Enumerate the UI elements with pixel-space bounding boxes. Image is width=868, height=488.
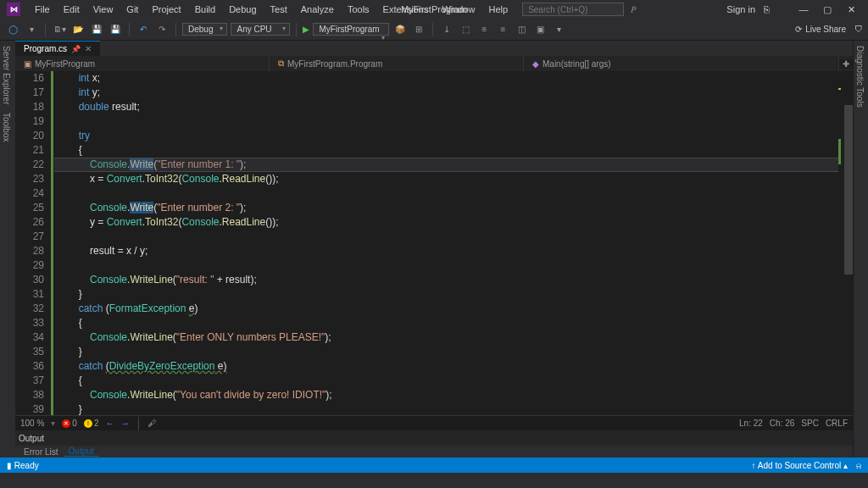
redo-icon[interactable]: ↷: [154, 22, 170, 37]
menu-tools[interactable]: Tools: [342, 3, 376, 16]
config-dropdown[interactable]: Debug: [182, 23, 227, 36]
vs-logo-icon: ⋈: [7, 3, 20, 16]
warning-count[interactable]: !2: [84, 419, 99, 428]
nav-member[interactable]: ◆ Main(string[] args): [524, 56, 839, 71]
user-icon[interactable]: ⎘: [764, 4, 770, 14]
window-title: MyFirstProgram: [401, 4, 467, 14]
server-explorer-tab[interactable]: Server Explorer: [2, 46, 14, 104]
main-area: Server Explorer Toolbox Program.cs 📌 ✕ ▣…: [0, 41, 868, 458]
nav-fwd-icon[interactable]: ▾: [24, 22, 39, 37]
code-editor[interactable]: 1617181920212223242526272829303132333435…: [15, 71, 853, 415]
tb-ico-5[interactable]: ≡: [476, 22, 492, 37]
right-toolwindow-strip: Diagnostic Tools: [853, 41, 868, 458]
toolbox-tab[interactable]: Toolbox: [2, 113, 14, 141]
errorlist-tab[interactable]: Error List: [19, 447, 64, 457]
tab-label: Program.cs: [24, 44, 67, 53]
method-icon: ◆: [532, 59, 539, 69]
menu-view[interactable]: View: [87, 3, 120, 16]
ch-indicator[interactable]: Ch: 26: [770, 419, 794, 428]
csproj-icon: ▣: [24, 59, 31, 69]
menu-edit[interactable]: Edit: [58, 3, 86, 16]
build-icon[interactable]: 🖋: [148, 419, 157, 428]
tb-ico-9[interactable]: ▾: [551, 22, 566, 37]
maximize-button[interactable]: ▢: [817, 4, 837, 15]
nav-project[interactable]: ▣ MyFirstProgram: [15, 56, 270, 71]
nav-back-icon[interactable]: ◯: [5, 22, 20, 37]
menu-debug[interactable]: Debug: [223, 3, 262, 16]
close-button[interactable]: ✕: [841, 4, 861, 15]
new-file-icon[interactable]: 🗎▾: [52, 22, 67, 37]
search-input[interactable]: [522, 3, 624, 16]
editor-status-bar: 100 % ▾ ✕0 !2 ← → 🖋 Ln: 22 Ch: 26 SPC CR…: [15, 415, 853, 430]
liveshare-button[interactable]: ⟳ Live Share ⛉: [795, 25, 863, 34]
platform-dropdown[interactable]: Any CPU: [231, 23, 290, 36]
toolbar: ◯ ▾ 🗎▾ 📂 💾 💾 ↶ ↷ Debug Any CPU ▶ MyFirst…: [0, 19, 868, 41]
ready-indicator: ▮ Ready: [7, 461, 39, 470]
spc-indicator[interactable]: SPC: [801, 419, 819, 428]
save-all-icon[interactable]: 💾: [108, 22, 123, 37]
tb-ico-8[interactable]: ▣: [532, 22, 548, 37]
output-title: Output: [19, 434, 53, 443]
split-editor-icon[interactable]: ✚: [839, 59, 853, 69]
menu-test[interactable]: Test: [264, 3, 293, 16]
tb-ico-7[interactable]: ◫: [514, 22, 529, 37]
document-tabs: Program.cs 📌 ✕: [15, 41, 853, 56]
notifications-icon[interactable]: ⍾: [856, 461, 861, 470]
liveshare-icon: ⟳: [795, 25, 802, 34]
tab-program-cs[interactable]: Program.cs 📌 ✕: [15, 41, 100, 56]
start-target-dropdown[interactable]: MyFirstProgram: [313, 23, 389, 36]
tb-ico-1[interactable]: 📦: [392, 22, 408, 37]
line-numbers: 1617181920212223242526272829303132333435…: [15, 71, 49, 415]
save-icon[interactable]: 💾: [89, 22, 104, 37]
vertical-scrollbar[interactable]: [841, 71, 853, 415]
diagnostic-tools-tab[interactable]: Diagnostic Tools: [855, 46, 866, 108]
navbar: ▣ MyFirstProgram ⧉ MyFirstProgram.Progra…: [15, 56, 853, 71]
tb-ico-4[interactable]: ⬚: [458, 22, 473, 37]
menu-git[interactable]: Git: [120, 3, 144, 16]
signin-link[interactable]: Sign in: [726, 4, 755, 14]
current-line-highlight: [54, 158, 838, 172]
close-tab-icon[interactable]: ✕: [85, 44, 92, 53]
open-icon[interactable]: 📂: [70, 22, 86, 37]
left-toolwindow-strip: Server Explorer Toolbox: [0, 41, 15, 458]
nav-type[interactable]: ⧉ MyFirstProgram.Program: [270, 56, 524, 71]
tb-ico-6[interactable]: ≡: [495, 22, 510, 37]
tb-ico-2[interactable]: ⊞: [411, 22, 426, 37]
class-icon: ⧉: [278, 58, 284, 69]
titlebar: ⋈ File Edit View Git Project Build Debug…: [0, 0, 868, 19]
undo-icon[interactable]: ↶: [136, 22, 151, 37]
code-body[interactable]: int x; int y; double result; try { Conso…: [54, 71, 838, 415]
error-count[interactable]: ✕0: [62, 419, 77, 428]
tb-ico-3[interactable]: ⤓: [439, 22, 454, 37]
admin-icon[interactable]: ⛉: [854, 25, 863, 34]
menu-file[interactable]: File: [29, 3, 56, 16]
menu-help[interactable]: Help: [483, 3, 515, 16]
crlf-indicator[interactable]: CRLF: [826, 419, 848, 428]
output-tab[interactable]: Output: [64, 446, 99, 457]
search-caret-icon: 𝑃: [631, 4, 637, 15]
menu-project[interactable]: Project: [146, 3, 186, 16]
nav-prev-icon[interactable]: ←: [105, 419, 114, 428]
source-control-button[interactable]: ↑ Add to Source Control ▴: [752, 461, 848, 470]
nav-next-icon[interactable]: →: [120, 419, 129, 428]
menu-build[interactable]: Build: [189, 3, 221, 16]
menu-analyze[interactable]: Analyze: [295, 3, 340, 16]
minimize-button[interactable]: —: [793, 4, 814, 15]
bottom-panel-tabs: Output: [15, 430, 853, 446]
status-bar: ▮ Ready ↑ Add to Source Control ▴ ⍾: [0, 458, 868, 473]
bottom-panel-selector: Error List Output: [15, 446, 853, 458]
zoom-level[interactable]: 100 %: [20, 419, 44, 428]
pin-icon[interactable]: 📌: [71, 45, 81, 53]
ln-indicator[interactable]: Ln: 22: [739, 419, 763, 428]
play-icon[interactable]: ▶: [303, 25, 309, 34]
